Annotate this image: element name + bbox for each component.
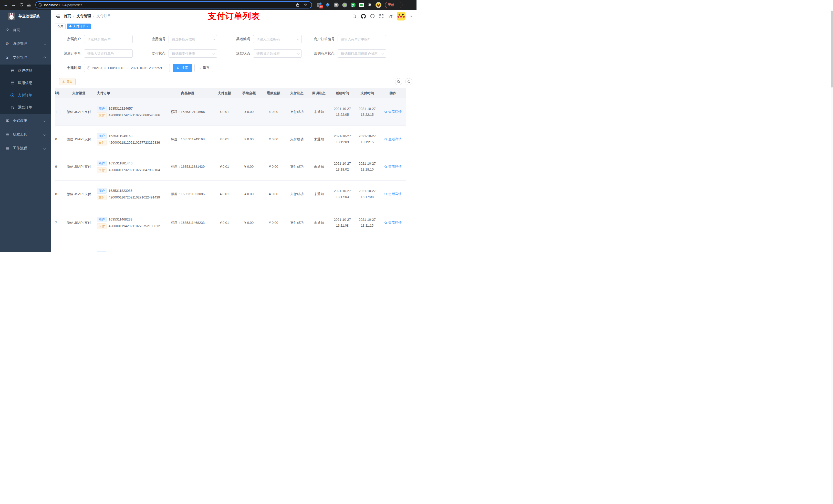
sidebar-item-pay-order[interactable]: 支付订单: [0, 89, 51, 101]
filter-notify-status: 回调商户状态: [312, 49, 389, 57]
merchant-select[interactable]: [84, 35, 133, 43]
extension-badge: 10: [319, 5, 323, 8]
table-refresh-button[interactable]: [405, 78, 412, 85]
svg-text:?: ?: [372, 15, 374, 18]
grid-icon: [10, 81, 15, 85]
notify-status-select[interactable]: [338, 49, 386, 57]
filter-merchant: 所属商户: [59, 35, 136, 43]
tags-view-bar: 首页 支付订单 ×: [51, 23, 416, 30]
filter-merchant-order-no: 商户订单编号: [312, 35, 389, 43]
navbar: 首页 / 支付管理 / 支付订单 支付订单列表 ?: [51, 10, 416, 23]
puzzle-extensions-icon[interactable]: [367, 2, 373, 7]
refund-status-select[interactable]: [253, 49, 302, 57]
cell-title: 标题：1635312124656: [163, 98, 212, 125]
merchant-tag: 商户: [97, 161, 106, 166]
search-button[interactable]: 搜索: [173, 64, 192, 72]
font-size-icon[interactable]: ᴛT: [388, 14, 392, 19]
cell-order: 商户1635312124657 支付4200001174202110278060…: [94, 98, 163, 125]
logo-rabbit-image: [8, 13, 15, 20]
app-select[interactable]: [169, 35, 217, 43]
table-row: 18 微信 JSAPI 支付 商户1635311823086 支付4200001…: [55, 180, 406, 208]
cell-pay-time: 2021-10-2713:22:15: [355, 98, 380, 125]
close-icon[interactable]: ×: [87, 25, 88, 28]
browser-back-icon[interactable]: ←: [3, 2, 9, 8]
cell-amount: ¥ 0.01: [212, 98, 237, 125]
channel-order-no-input[interactable]: [84, 49, 133, 57]
document-copy-icon: [10, 105, 15, 110]
breadcrumb-home[interactable]: 首页: [64, 14, 71, 19]
date-range-picker[interactable]: 2021-10-01 00:00:00 - 2021-10-31 23:59:5…: [84, 64, 170, 72]
sidebar-item-dev-tools[interactable]: 研发工具: [0, 127, 51, 141]
browser-reload-icon[interactable]: [18, 2, 25, 8]
tag-assistant-extension-icon[interactable]: 10: [317, 2, 322, 7]
browser-home-icon[interactable]: [26, 2, 32, 8]
sidebar-item-infrastructure[interactable]: 基础设施: [0, 114, 51, 127]
sidebar-item-workflow[interactable]: 工作流程: [0, 141, 51, 155]
table-header-row: 编号 支付渠道 支付订单 商品标题 支付金额 手续金额 退款金额 支付状态 回调…: [55, 88, 406, 98]
github-icon[interactable]: [361, 14, 366, 19]
refresh-icon: [407, 80, 411, 83]
share-icon[interactable]: [295, 3, 300, 7]
search-icon[interactable]: [352, 14, 357, 19]
y-extension-icon[interactable]: y: [351, 2, 356, 7]
cell-pay-status: 支付成功: [286, 98, 308, 125]
tag-pay-order[interactable]: 支付订单 ×: [67, 24, 91, 29]
search-icon: [384, 221, 387, 224]
chat-extension-icon[interactable]: [359, 2, 364, 7]
view-detail-link[interactable]: 查看详情: [384, 192, 402, 196]
active-dot-icon: [69, 25, 71, 27]
table-search-button[interactable]: [395, 78, 402, 85]
pay-tag: 支付: [97, 113, 106, 118]
tag-home[interactable]: 首页: [55, 24, 66, 29]
kite-extension-icon[interactable]: [325, 2, 330, 7]
browser-menu-icon[interactable]: ⋮: [396, 3, 400, 7]
bookmark-star-icon[interactable]: ☆: [302, 2, 309, 8]
sidebar-item-payment[interactable]: ¥ 支付管理: [0, 51, 51, 65]
emoji-extension-icon[interactable]: [376, 2, 381, 7]
chevron-down-icon: [44, 133, 46, 136]
merchant-order-no-input[interactable]: [338, 35, 386, 43]
view-detail-link[interactable]: 查看详情: [384, 164, 402, 169]
yen-circle-icon: [10, 93, 15, 98]
view-detail-link[interactable]: 查看详情: [384, 137, 402, 142]
breadcrumb-current: 支付订单: [97, 14, 111, 19]
command-extension-icon[interactable]: ⌘: [334, 2, 339, 7]
breadcrumb-payment[interactable]: 支付管理: [77, 14, 91, 19]
filter-app-id: 应用编号: [143, 35, 220, 43]
view-detail-link[interactable]: 查看详情: [384, 220, 402, 225]
pay-tag: 支付: [97, 140, 106, 145]
help-icon[interactable]: ?: [370, 14, 375, 19]
sidebar-item-merchant-info[interactable]: 商户信息: [0, 65, 51, 77]
fullscreen-icon[interactable]: [379, 14, 384, 19]
page-title: 支付订单列表: [208, 10, 260, 22]
sidebar-item-system[interactable]: ⚙ 系统管理: [0, 37, 51, 51]
dot-extension-icon[interactable]: [342, 2, 347, 7]
cell-refund: ¥ 0.00: [261, 98, 286, 125]
table-row: 21 微信 JSAPI 支付 商户1635312124657 支付4200001…: [55, 98, 406, 125]
store-icon: [10, 69, 15, 73]
app-title: 芋道管理系统: [19, 14, 40, 19]
sidebar-item-refund-order[interactable]: 退款订单: [0, 101, 51, 114]
reset-button[interactable]: 重置: [194, 64, 213, 72]
filter-form: 所属商户 应用编号 渠道编码 商户订单编号: [51, 30, 416, 72]
search-icon: [384, 138, 387, 141]
address-bar[interactable]: localhost:1024/pay/order ☆: [35, 1, 312, 8]
view-detail-link[interactable]: 查看详情: [384, 110, 402, 114]
sidebar-item-home[interactable]: 首页: [0, 23, 51, 37]
sidebar-item-app-info[interactable]: 应用信息: [0, 77, 51, 89]
channel-code-select[interactable]: [253, 35, 302, 43]
browser-update-button[interactable]: 更新 ⋮: [385, 2, 402, 8]
clock-icon: [87, 66, 90, 70]
pay-tag: 支付: [97, 167, 106, 173]
pay-status-select[interactable]: [169, 49, 217, 57]
merchant-tag: 商户: [97, 251, 106, 252]
site-info-icon[interactable]: [39, 3, 42, 7]
browser-forward-icon[interactable]: →: [10, 2, 17, 8]
sidebar-collapse-icon[interactable]: [55, 14, 60, 19]
avatar-caret-icon[interactable]: [410, 16, 412, 18]
search-icon: [384, 111, 387, 114]
filter-channel-order-no: 渠道订单号: [59, 49, 136, 57]
briefcase-icon: [5, 146, 9, 150]
user-avatar[interactable]: [397, 12, 405, 21]
export-button[interactable]: 导出: [59, 78, 76, 85]
